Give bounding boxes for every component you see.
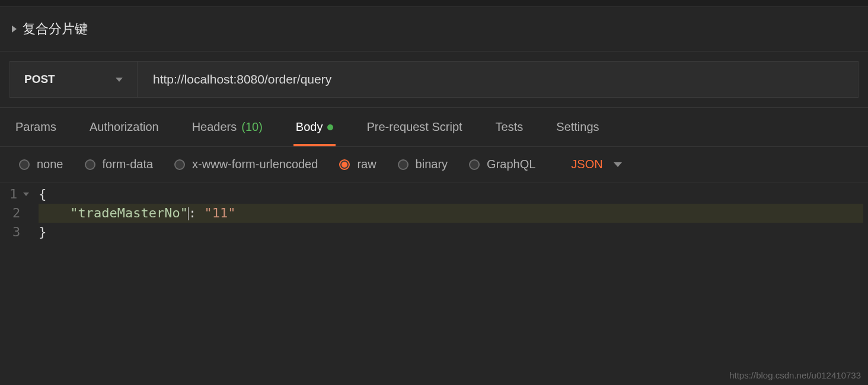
radio-icon xyxy=(398,159,409,170)
radio-icon xyxy=(469,159,480,170)
title-section[interactable]: 复合分片键 xyxy=(0,7,868,52)
code-line: } xyxy=(39,223,863,242)
top-bar xyxy=(0,0,868,7)
tab-params[interactable]: Params xyxy=(15,108,56,146)
code-line: { xyxy=(39,185,863,204)
fold-triangle-icon xyxy=(23,192,29,196)
editor-code[interactable]: { "tradeMasterNo": "11" } xyxy=(34,182,868,244)
radio-form-data[interactable]: form-data xyxy=(85,158,154,171)
modified-dot-icon xyxy=(327,124,333,130)
radio-icon xyxy=(339,159,350,170)
headers-count: (10) xyxy=(241,120,263,134)
tab-prerequest[interactable]: Pre-request Script xyxy=(366,108,462,146)
tab-authorization[interactable]: Authorization xyxy=(90,108,159,146)
format-dropdown[interactable]: JSON xyxy=(571,158,621,171)
format-label: JSON xyxy=(571,158,602,171)
tab-headers[interactable]: Headers (10) xyxy=(192,108,263,146)
request-tabs: Params Authorization Headers (10) Body P… xyxy=(0,108,868,147)
url-input[interactable] xyxy=(138,61,859,98)
code-editor[interactable]: 1 2 3 { "tradeMasterNo": "11" } xyxy=(0,182,868,244)
chevron-down-icon xyxy=(116,78,123,82)
radio-none[interactable]: none xyxy=(19,158,63,171)
tab-settings[interactable]: Settings xyxy=(556,108,599,146)
radio-graphql[interactable]: GraphQL xyxy=(469,158,535,171)
radio-icon xyxy=(174,159,185,170)
watermark: https://blog.csdn.net/u012410733 xyxy=(729,370,861,380)
tab-body[interactable]: Body xyxy=(296,108,334,146)
radio-raw[interactable]: raw xyxy=(339,158,376,171)
method-label: POST xyxy=(24,73,55,86)
radio-urlencoded[interactable]: x-www-form-urlencoded xyxy=(174,158,318,171)
radio-icon xyxy=(85,159,95,170)
request-row: POST xyxy=(0,52,868,108)
request-title: 复合分片键 xyxy=(23,20,88,38)
body-type-row: none form-data x-www-form-urlencoded raw… xyxy=(0,147,868,182)
tab-tests[interactable]: Tests xyxy=(496,108,524,146)
editor-gutter: 1 2 3 xyxy=(0,182,34,244)
radio-binary[interactable]: binary xyxy=(398,158,448,171)
code-line: "tradeMasterNo": "11" xyxy=(39,204,863,223)
chevron-down-icon xyxy=(614,162,622,167)
radio-icon xyxy=(19,159,30,170)
http-method-select[interactable]: POST xyxy=(9,61,138,98)
expand-triangle-icon xyxy=(12,25,17,33)
